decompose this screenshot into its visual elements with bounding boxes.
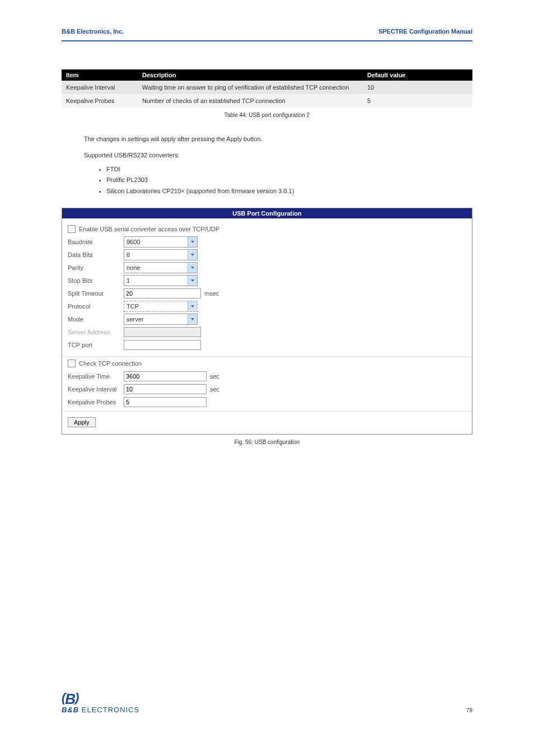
row-keepalive-interval: Keepalive Interval sec: [68, 384, 466, 395]
cell-default: 5: [363, 94, 472, 108]
logo-electronics-text: ELECTRONICS: [79, 706, 139, 714]
chevron-down-icon: [188, 276, 197, 286]
cell-desc: Waiting time on answer to ping of verifi…: [138, 81, 363, 94]
row-keepalive-time: Keepalive Time sec: [68, 371, 466, 382]
label-protocol: Protocol: [68, 303, 124, 310]
logo-b: B: [65, 690, 75, 707]
divider: [62, 411, 472, 412]
header-right: SPECTRE Configuration Manual: [378, 28, 472, 35]
check-tcp-row[interactable]: Check TCP connection: [68, 360, 466, 367]
keepalive-interval-input[interactable]: [124, 384, 207, 394]
chevron-down-icon: [188, 301, 197, 311]
server-address-input: [124, 327, 201, 337]
col-default: Default value: [363, 69, 472, 81]
row-protocol: Protocol TCP: [68, 301, 466, 312]
list-item: Silicon Laboratories CP210× (supported f…: [106, 186, 472, 197]
keepalive-time-input[interactable]: [124, 371, 207, 381]
row-server-address: Server Address: [68, 326, 466, 338]
unit-sec: sec: [210, 373, 219, 380]
row-baudrate: Baudrate 9600: [68, 236, 466, 248]
check-tcp-checkbox[interactable]: [68, 360, 76, 367]
usb-config-panel: USB Port Configuration Enable USB serial…: [62, 208, 472, 435]
supported-list: FTDI Prolific PL2303 Silicon Laboratorie…: [106, 165, 472, 197]
chevron-down-icon: [188, 250, 197, 260]
cell-item: Keepalive Interval: [62, 81, 138, 94]
supported-intro: Supported USB/RS232 converters:: [84, 151, 472, 160]
bb-logo: (B) B&B ELECTRONICS: [62, 692, 472, 713]
label-mode: Mode: [68, 316, 124, 323]
label-tcp-port: TCP port: [68, 342, 124, 348]
stopbits-select[interactable]: 1: [124, 275, 198, 286]
logo-paren-right: ): [75, 690, 78, 704]
cell-item: Keepalive Probes: [62, 94, 138, 108]
check-tcp-label: Check TCP connection: [79, 360, 142, 367]
col-item: Item: [62, 69, 138, 81]
table-caption: Table 44: USB port configuration 2: [62, 112, 472, 118]
tcp-port-input[interactable]: [124, 340, 201, 350]
paragraph-apply: The changes in settings will apply after…: [84, 135, 472, 143]
parameters-table: Item Description Default value Keepalive…: [62, 69, 472, 108]
list-item: FTDI: [106, 165, 472, 175]
row-tcp-port: TCP port: [68, 339, 466, 351]
row-stopbits: Stop Bits 1: [68, 275, 466, 286]
row-keepalive-probes: Keepalive Probes: [68, 396, 466, 408]
unit-msec: msec: [204, 290, 219, 297]
divider: [62, 357, 472, 357]
label-keepalive-time: Keepalive Time: [68, 373, 124, 380]
keepalive-probes-input[interactable]: [124, 397, 207, 407]
chevron-down-icon: [188, 314, 197, 324]
split-timeout-input[interactable]: [124, 288, 201, 298]
label-databits: Data Bits: [68, 251, 124, 258]
label-keepalive-probes: Keepalive Probes: [68, 399, 124, 405]
row-parity: Parity none: [68, 262, 466, 273]
select-value: 9600: [124, 237, 188, 247]
chevron-down-icon: [188, 237, 197, 247]
header-divider: [62, 40, 472, 41]
protocol-select[interactable]: TCP: [124, 301, 198, 312]
row-databits: Data Bits 8: [68, 249, 466, 260]
logo-bb-text: B&B: [62, 706, 79, 714]
label-parity: Parity: [68, 264, 124, 271]
parity-select[interactable]: none: [124, 262, 198, 273]
header-left: B&B Electronics, Inc.: [62, 28, 124, 35]
enable-usb-row[interactable]: Enable USB serial converter access over …: [68, 225, 466, 233]
cell-desc: Number of checks of an established TCP c…: [138, 94, 363, 108]
label-split-timeout: Split Timeout: [68, 290, 124, 297]
baudrate-select[interactable]: 9600: [124, 236, 198, 248]
figure-caption: Fig. 56: USB configuration: [62, 439, 472, 445]
select-value: 1: [124, 276, 188, 286]
enable-usb-label: Enable USB serial converter access over …: [79, 226, 219, 232]
table-row: Keepalive Probes Number of checks of an …: [62, 94, 472, 108]
unit-sec: sec: [210, 386, 219, 393]
mode-select[interactable]: server: [124, 314, 198, 325]
panel-title: USB Port Configuration: [62, 208, 472, 218]
select-value: server: [124, 314, 188, 324]
col-desc: Description: [138, 69, 363, 81]
select-value: TCP: [124, 301, 188, 311]
list-item: Prolific PL2303: [106, 175, 472, 185]
cell-default: 10: [363, 81, 472, 94]
label-server-address: Server Address: [68, 329, 124, 335]
label-stopbits: Stop Bits: [68, 277, 124, 284]
label-keepalive-interval: Keepalive Interval: [68, 386, 124, 393]
databits-select[interactable]: 8: [124, 249, 198, 260]
apply-button[interactable]: Apply: [68, 417, 96, 427]
select-value: 8: [124, 250, 188, 260]
chevron-down-icon: [188, 263, 197, 273]
select-value: none: [124, 263, 188, 273]
row-mode: Mode server: [68, 314, 466, 325]
label-baudrate: Baudrate: [68, 239, 124, 245]
page-number: 79: [466, 707, 472, 713]
row-split-timeout: Split Timeout msec: [68, 288, 466, 299]
enable-usb-checkbox[interactable]: [68, 225, 76, 233]
table-row: Keepalive Interval Waiting time on answe…: [62, 81, 472, 94]
